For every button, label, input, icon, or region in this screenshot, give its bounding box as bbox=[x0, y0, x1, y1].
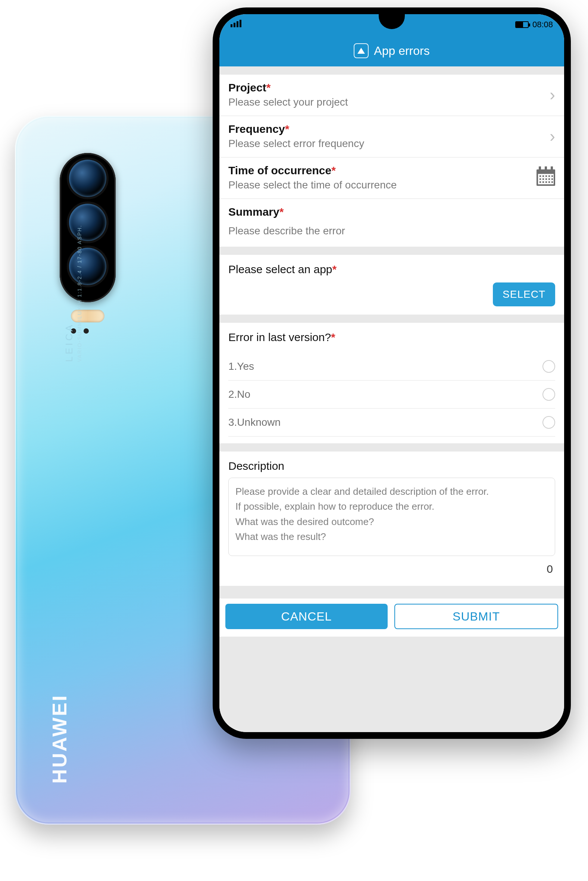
huawei-brand: HUAWEI bbox=[48, 694, 71, 783]
phone-screen: 08:08 App errors Project* Please select … bbox=[219, 14, 564, 732]
time-placeholder: Please select the time of occurrence bbox=[228, 179, 537, 191]
huawei-phone-front: 08:08 App errors Project* Please select … bbox=[213, 8, 571, 739]
camera-lens bbox=[69, 204, 106, 241]
radio-label: 2.No bbox=[228, 389, 250, 401]
radio-label: 3.Unknown bbox=[228, 416, 280, 428]
radio-option-unknown[interactable]: 3.Unknown bbox=[228, 408, 555, 437]
camera-lens bbox=[69, 160, 106, 197]
required-asterisk: * bbox=[332, 263, 337, 275]
radio-icon bbox=[543, 388, 555, 401]
radio-label: 1.Yes bbox=[228, 360, 254, 372]
description-char-count: 0 bbox=[228, 556, 555, 579]
frequency-label: Frequency bbox=[228, 123, 285, 135]
radio-option-yes[interactable]: 1.Yes bbox=[228, 353, 555, 381]
time-label: Time of occurrence bbox=[228, 164, 331, 177]
description-label: Description bbox=[228, 460, 555, 473]
camera-lens bbox=[69, 248, 106, 285]
required-asterisk: * bbox=[285, 123, 290, 135]
project-field[interactable]: Project* Please select your project › bbox=[219, 75, 564, 116]
required-asterisk: * bbox=[279, 206, 284, 218]
summary-label: Summary bbox=[228, 206, 279, 218]
project-placeholder: Please select your project bbox=[228, 96, 545, 108]
form-content[interactable]: Project* Please select your project › Fr… bbox=[219, 66, 564, 732]
select-app-button[interactable]: SELECT bbox=[493, 282, 555, 306]
select-app-label: Please select an app bbox=[228, 263, 332, 275]
summary-placeholder: Please describe the error bbox=[228, 225, 555, 237]
cancel-button[interactable]: CANCEL bbox=[225, 604, 388, 629]
summary-field[interactable]: Summary* Please describe the error bbox=[219, 199, 564, 247]
chevron-right-icon: › bbox=[545, 127, 555, 146]
app-title: App errors bbox=[374, 44, 429, 58]
flash bbox=[62, 310, 114, 324]
leica-label: LEICA bbox=[63, 323, 75, 362]
last-version-label: Error in last version? bbox=[228, 331, 331, 343]
required-asterisk: * bbox=[266, 81, 271, 94]
radio-option-no[interactable]: 2.No bbox=[228, 381, 555, 408]
frequency-field[interactable]: Frequency* Please select error frequency… bbox=[219, 116, 564, 158]
app-store-icon bbox=[354, 43, 369, 58]
project-label: Project bbox=[228, 81, 266, 94]
required-asterisk: * bbox=[331, 164, 336, 177]
submit-button[interactable]: SUBMIT bbox=[394, 604, 558, 629]
time-field[interactable]: Time of occurrence* Please select the ti… bbox=[219, 158, 564, 199]
app-header: App errors bbox=[219, 35, 564, 66]
footer-bar: CANCEL SUBMIT bbox=[219, 599, 564, 636]
frequency-placeholder: Please select error frequency bbox=[228, 138, 545, 150]
chevron-right-icon: › bbox=[545, 86, 555, 104]
calendar-icon[interactable] bbox=[537, 170, 555, 186]
battery-icon bbox=[515, 21, 529, 28]
camera-module bbox=[60, 153, 116, 302]
leica-sublabel: VARIO-SUMMILUX-H 1:1.8-2.4 / 17-80 ASPH. bbox=[76, 225, 82, 362]
radio-icon bbox=[543, 360, 555, 373]
required-asterisk: * bbox=[331, 331, 335, 343]
signal-icon bbox=[231, 20, 242, 30]
description-textarea[interactable]: Please provide a clear and detailed desc… bbox=[228, 477, 555, 556]
status-time: 08:08 bbox=[532, 20, 553, 30]
radio-icon bbox=[543, 416, 555, 429]
